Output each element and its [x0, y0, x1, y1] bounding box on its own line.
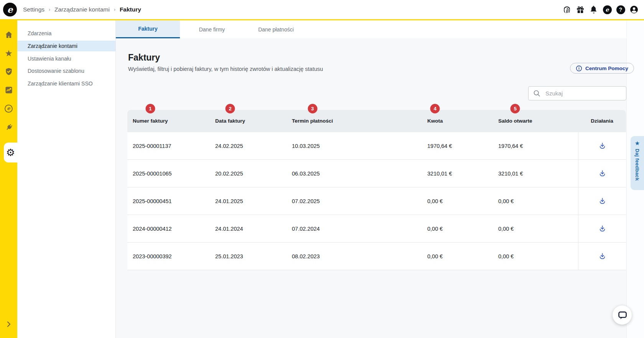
sidebar-item-dostosowanie-szablonu[interactable]: Dostosowanie szablonu [17, 66, 115, 76]
cell-actions [578, 132, 626, 159]
cell-open-balance: 1970,64 € [493, 132, 578, 159]
cell-actions [578, 215, 626, 242]
cell-amount: 3210,01 € [422, 160, 493, 187]
sidebar-item-zarządzanie-kontami[interactable]: Zarządzanie kontami [17, 41, 115, 51]
search-icon [533, 89, 541, 98]
info-icon [576, 65, 582, 72]
download-icon [598, 252, 607, 261]
download-icon [598, 197, 607, 205]
tab-dane-firmy[interactable]: Dane firmy [180, 20, 244, 38]
cell-invoice-number: 2025-00000451 [127, 187, 210, 215]
star-icon: ★ [635, 140, 640, 146]
feedback-tab[interactable]: ★ Daj feedback [631, 136, 644, 190]
plug-icon[interactable] [0, 123, 17, 133]
topbar-actions: e ? [562, 5, 639, 14]
search-input[interactable] [545, 90, 619, 97]
cell-due-date: 06.03.2025 [287, 160, 422, 187]
breadcrumb-settings[interactable]: Settings [23, 6, 44, 13]
cell-open-balance: 3210,01 € [493, 160, 578, 187]
settings-sidebar: ZdarzeniaZarządzanie kontamiUstawienia k… [17, 20, 116, 338]
cell-invoice-date: 24.01.2024 [210, 215, 287, 242]
download-icon [598, 141, 607, 150]
feedback-label: Daj feedback [634, 149, 640, 181]
breadcrumb-account-management[interactable]: Zarządzanie kontami [54, 6, 110, 13]
column-label: Termin płatności [292, 118, 333, 124]
chevron-right-icon[interactable] [4, 320, 13, 329]
download-invoice-button[interactable] [596, 167, 608, 180]
download-invoice-button[interactable] [596, 140, 608, 152]
performance-icon[interactable] [0, 85, 17, 95]
invoice-table: 1 Numer faktury 2 Data faktury 3 Termin … [127, 110, 626, 270]
table-column-header: Działania [578, 110, 626, 132]
cell-invoice-date: 24.02.2025 [210, 132, 287, 159]
help-center-label: Centrum Pomocy [585, 66, 628, 71]
cell-amount: 0,00 € [422, 215, 493, 242]
table-body: 2025-00001137 24.02.2025 10.03.2025 1970… [127, 132, 626, 270]
cell-invoice-number: 2025-00001065 [127, 160, 210, 187]
table-column-header: 5 Saldo otwarte [493, 110, 578, 132]
sidebar-menu: ZdarzeniaZarządzanie kontamiUstawienia k… [17, 20, 115, 338]
cell-invoice-date: 25.01.2023 [210, 243, 287, 270]
star-glyph: ★ [5, 49, 13, 58]
download-invoice-button[interactable] [596, 223, 608, 235]
download-invoice-button[interactable] [596, 195, 608, 207]
page-subtitle: Wyświetlaj, filtruj i pobieraj faktury, … [128, 66, 323, 72]
gift-icon[interactable] [576, 5, 585, 14]
table-header-row: 1 Numer faktury 2 Data faktury 3 Termin … [127, 110, 626, 132]
cell-actions [578, 243, 626, 270]
shield-check-icon[interactable] [0, 67, 17, 77]
cell-invoice-date: 24.01.2025 [210, 187, 287, 215]
column-label: Saldo otwarte [498, 118, 532, 124]
ekomi-letter: e [5, 105, 13, 113]
help-glyph: ? [616, 5, 625, 14]
invoices-settings-page: { "topbar": { "logo_letter": "e", "bread… [0, 0, 644, 338]
settings-gear-icon[interactable]: ⚙ [4, 143, 17, 162]
cell-invoice-date: 20.02.2025 [210, 160, 287, 187]
column-label: Data faktury [215, 118, 245, 124]
icon-rail: ★ e ⚙ [0, 20, 17, 338]
help-center-button[interactable]: Centrum Pomocy [570, 63, 634, 74]
cell-open-balance: 0,00 € [493, 243, 578, 270]
table-row: 2025-00001065 20.02.2025 06.03.2025 3210… [127, 160, 626, 187]
page-title: Faktury [128, 53, 160, 63]
top-bar: e Settings › Zarządzanie kontami › Faktu… [0, 0, 644, 20]
download-invoice-button[interactable] [596, 250, 608, 263]
sidebar-item-ustawienia-kanału[interactable]: Ustawienia kanału [17, 53, 115, 64]
fingerprint-icon[interactable] [562, 5, 572, 14]
home-icon[interactable] [0, 30, 17, 40]
search-box [528, 86, 626, 100]
cell-amount: 1970,64 € [422, 132, 493, 159]
step-badge: 1 [145, 104, 155, 113]
cell-actions [578, 160, 626, 187]
step-badge: 2 [226, 104, 235, 113]
sidebar-item-zdarzenia[interactable]: Zdarzenia [17, 28, 115, 39]
tab-dane-płatności[interactable]: Dane płatności [244, 20, 308, 38]
table-column-header: 4 Kwota [422, 110, 493, 132]
ekomi-logo[interactable]: e [3, 3, 17, 16]
table-row: 2025-00000451 24.01.2025 07.02.2025 0,00… [127, 187, 626, 215]
ekomi-icon[interactable]: e [603, 5, 612, 14]
breadcrumb-separator-icon: › [49, 7, 50, 12]
star-icon[interactable]: ★ [0, 48, 17, 58]
table-column-header: 1 Numer faktury [127, 110, 210, 132]
gear-glyph: ⚙ [6, 148, 15, 158]
breadcrumb-separator-icon: › [114, 7, 115, 12]
table-column-header: 2 Data faktury [210, 110, 287, 132]
cell-invoice-number: 2025-00001137 [127, 132, 210, 159]
bell-icon[interactable] [589, 5, 598, 14]
cell-invoice-number: 2024-00000412 [127, 215, 210, 242]
cell-due-date: 07.02.2025 [287, 187, 422, 215]
cell-due-date: 08.02.2023 [287, 243, 422, 270]
table-column-header: 3 Termin płatności [287, 110, 422, 132]
tab-faktury[interactable]: Faktury [116, 20, 180, 38]
tab-bar: FakturyDane firmyDane płatności [116, 20, 626, 38]
ekomi-letter: e [603, 5, 612, 14]
account-icon[interactable] [629, 5, 639, 14]
ekomi-icon[interactable]: e [0, 103, 17, 113]
sidebar-item-zarządzanie-klientami-sso[interactable]: Zarządzanie klientami SSO [17, 78, 115, 89]
chat-launcher-button[interactable] [613, 305, 632, 325]
logo-letter: e [7, 4, 13, 15]
help-icon[interactable]: ? [616, 5, 625, 14]
column-label: Działania [591, 118, 613, 124]
table-row: 2023-00000392 25.01.2023 08.02.2023 0,00… [127, 243, 626, 270]
